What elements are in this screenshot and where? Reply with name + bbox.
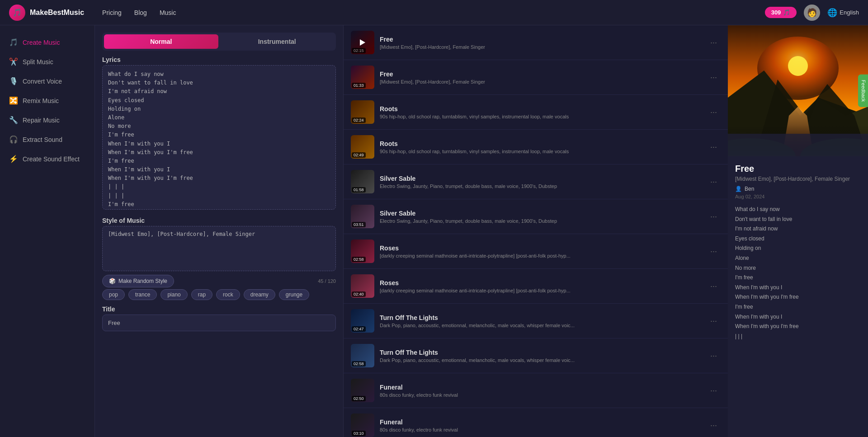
play-overlay[interactable] <box>351 31 374 54</box>
song-item[interactable]: 02:47Turn Off The LightsDark Pop, piano,… <box>344 304 728 338</box>
play-triangle-icon <box>360 39 365 46</box>
sidebar-item-label-repair: Repair Music <box>23 117 60 124</box>
instrumental-mode-button[interactable]: Instrumental <box>220 34 335 49</box>
song-more-button[interactable]: ··· <box>707 106 721 119</box>
language-button[interactable]: 🌐 English <box>827 8 859 18</box>
song-more-button[interactable]: ··· <box>707 245 721 258</box>
lyric-line: When I'm with you I'm free <box>735 292 861 302</box>
lyric-line: When I'm with you I <box>735 312 861 322</box>
feedback-button[interactable]: Feedback <box>858 75 868 107</box>
logo-area[interactable]: 🎵 MakeBestMusic <box>9 5 84 21</box>
style-tag-pop[interactable]: pop <box>102 289 125 300</box>
song-info: Turn Off The LightsDark Pop, piano, acco… <box>380 314 701 328</box>
song-tags: 80s disco funky, electro funk revival <box>380 392 701 398</box>
song-more-button[interactable]: ··· <box>707 141 721 154</box>
now-playing-tags: [Midwest Emo], [Post-Hardcore], Female S… <box>735 176 861 182</box>
song-item[interactable]: 02:49Roots90s hip-hop, old school rap, t… <box>344 130 728 164</box>
split-music-icon: ✂️ <box>9 57 18 66</box>
song-more-button[interactable]: ··· <box>707 349 721 362</box>
song-thumbnail: 02:24 <box>351 100 374 124</box>
style-tag-trance[interactable]: trance <box>128 289 157 300</box>
title-section: Title <box>102 305 336 331</box>
song-title: Silver Sable <box>380 175 701 182</box>
sidebar-item-create-sound-effect[interactable]: ⚡ Create Sound Effect <box>0 149 94 169</box>
sidebar-item-label-split: Split Music <box>23 58 53 66</box>
sidebar-item-repair-music[interactable]: 🔧 Repair Music <box>0 110 94 130</box>
sidebar-item-create-music[interactable]: 🎵 Create Music <box>0 33 94 52</box>
lyric-line: Alone <box>735 254 861 263</box>
sidebar-item-label-create: Create Music <box>23 39 60 46</box>
song-title: Roses <box>380 279 701 287</box>
song-info: Roses[darkly creeping seminal mathnoise … <box>380 244 701 258</box>
style-tag-grunge[interactable]: grunge <box>279 289 309 300</box>
song-more-button[interactable]: ··· <box>707 419 721 432</box>
song-item[interactable]: 03:51Silver SableElectro Swing, Jaunty, … <box>344 199 728 234</box>
random-style-button[interactable]: 🎲 Make Random Style <box>102 275 174 287</box>
song-info: Roots90s hip-hop, old school rap, turnta… <box>380 140 701 154</box>
song-item[interactable]: 02:58Turn Off The LightsDark Pop, piano,… <box>344 338 728 373</box>
language-label: English <box>840 9 859 16</box>
credits-count: 309 <box>771 9 781 16</box>
style-tag-piano[interactable]: piano <box>160 289 187 300</box>
song-item[interactable]: 02:24Roots90s hip-hop, old school rap, t… <box>344 95 728 130</box>
create-music-icon: 🎵 <box>9 38 18 47</box>
sidebar-item-label-convert: Convert Voice <box>23 78 62 85</box>
song-thumbnail: 02:50 <box>351 379 374 402</box>
nav-blog[interactable]: Blog <box>134 9 147 16</box>
lyric-line: Don't want to fall in love <box>735 215 861 225</box>
credits-badge[interactable]: 309 🎵 <box>765 7 797 18</box>
song-more-button[interactable]: ··· <box>707 210 721 223</box>
song-more-button[interactable]: ··· <box>707 175 721 188</box>
style-tag-rock[interactable]: rock <box>216 289 240 300</box>
song-item[interactable]: 01:33Free[Midwest Emo], [Post-Hardcore],… <box>344 60 728 95</box>
repair-music-icon: 🔧 <box>9 116 18 124</box>
song-tags: [darkly creeping seminal mathnoise anti-… <box>380 253 701 258</box>
song-item[interactable]: 02:50Funeral80s disco funky, electro fun… <box>344 373 728 408</box>
song-item[interactable]: 01:58Silver SableElectro Swing, Jaunty, … <box>344 164 728 199</box>
song-item[interactable]: 02:15Free[Midwest Emo], [Post-Hardcore],… <box>344 25 728 60</box>
song-title: Free <box>380 70 701 78</box>
lyrics-input[interactable] <box>102 65 336 210</box>
song-info: Free[Midwest Emo], [Post-Hardcore], Fema… <box>380 70 701 85</box>
logo-icon: 🎵 <box>9 5 25 21</box>
album-art-svg <box>728 25 868 156</box>
lyrics-label: Lyrics <box>102 56 336 63</box>
song-info: Turn Off The LightsDark Pop, piano, acco… <box>380 349 701 363</box>
song-more-button[interactable]: ··· <box>707 71 721 84</box>
sidebar-item-convert-voice[interactable]: 🎙️ Convert Voice <box>0 71 94 91</box>
nav-music[interactable]: Music <box>160 9 176 16</box>
sidebar-item-remix-music[interactable]: 🔀 Remix Music <box>0 91 94 110</box>
remix-music-icon: 🔀 <box>9 96 18 105</box>
svg-rect-10 <box>728 134 868 156</box>
song-more-button[interactable]: ··· <box>707 384 721 397</box>
title-input[interactable] <box>102 315 336 331</box>
lyric-line: What do I say now <box>735 205 861 215</box>
song-duration: 01:58 <box>352 187 366 193</box>
song-item[interactable]: 02:58Roses[darkly creeping seminal mathn… <box>344 234 728 269</box>
song-more-button[interactable]: ··· <box>707 280 721 293</box>
avatar-button[interactable]: 🧑 <box>804 5 820 21</box>
song-duration: 02:50 <box>352 396 366 401</box>
now-playing-username: Ben <box>745 186 754 192</box>
nav-pricing[interactable]: Pricing <box>102 9 122 16</box>
style-input[interactable] <box>102 226 336 271</box>
song-more-button[interactable]: ··· <box>707 315 721 328</box>
song-thumbnail: 02:40 <box>351 274 374 298</box>
song-item[interactable]: 03:10Funeral80s disco funky, electro fun… <box>344 408 728 437</box>
song-duration: 02:58 <box>352 257 366 262</box>
header: 🎵 MakeBestMusic Pricing Blog Music 309 🎵… <box>0 0 868 25</box>
song-info: Roses[darkly creeping seminal mathnoise … <box>380 279 701 293</box>
song-title: Silver Sable <box>380 210 701 217</box>
song-info: Roots90s hip-hop, old school rap, turnta… <box>380 105 701 119</box>
style-tag-dreamy[interactable]: dreamy <box>244 289 275 300</box>
sidebar-item-split-music[interactable]: ✂️ Split Music <box>0 52 94 71</box>
song-title: Roots <box>380 140 701 147</box>
sidebar-item-extract-sound[interactable]: 🎧 Extract Sound <box>0 130 94 149</box>
song-item[interactable]: 02:40Roses[darkly creeping seminal mathn… <box>344 269 728 304</box>
song-tags: Electro Swing, Jaunty, Piano, trumpet, d… <box>380 218 701 224</box>
tags-row: poptrancepianoraprockdreamygrunge <box>102 289 336 300</box>
normal-mode-button[interactable]: Normal <box>104 34 218 49</box>
song-more-button[interactable]: ··· <box>707 36 721 49</box>
style-tag-rap[interactable]: rap <box>191 289 212 300</box>
song-duration: 03:51 <box>352 222 366 227</box>
